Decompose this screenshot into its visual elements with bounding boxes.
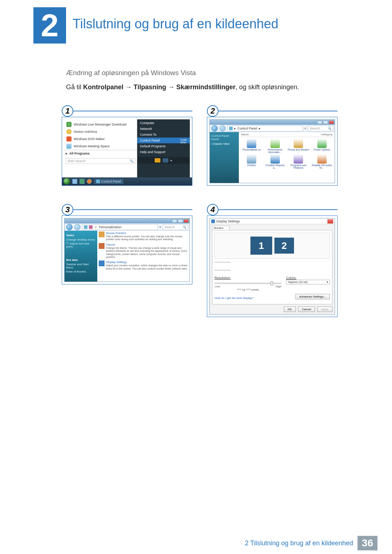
section-subheading: Ændring af opløsningen på Windows Vista [66,69,338,77]
cp-item[interactable]: Programs and Features [287,154,310,169]
search-icon: 🔍 [130,159,134,163]
cancel-button[interactable]: Cancel [298,307,315,312]
nav-forward-button[interactable] [74,224,81,230]
resolution-slider[interactable] [215,283,281,284]
start-right-item[interactable]: Help and Support [137,149,190,155]
cp-item-icon [270,154,280,164]
lock-icon[interactable] [155,158,160,163]
quicklaunch-icon[interactable] [87,179,92,184]
nav-forward-button[interactable] [219,125,226,132]
sidebar-link[interactable]: 🛡 Adjust font size (DPI) [66,242,96,249]
search-input[interactable]: Search🔍 [308,126,333,131]
start-right-item[interactable]: Default Programs [137,143,190,149]
cp-item[interactable]: Realtek HD Audio M… [311,154,334,169]
close-button[interactable] [184,219,189,223]
step-number: 2 [207,105,219,117]
sidebar-link[interactable]: Change desktop icons [66,238,96,242]
start-menu-left-list: Windows Live Messenger Download Norton A… [64,119,137,150]
start-right-item-control-panel[interactable]: Control Panel Custoremo [137,138,190,143]
all-programs[interactable]: ▸ All Programs [64,150,137,157]
advanced-settings-button[interactable]: Advanced Settings... [295,294,330,299]
personalization-link[interactable]: Mouse Pointers [106,231,188,235]
cp-item-icon [317,139,327,148]
chevron-right-icon[interactable]: ▸ [171,159,172,162]
screenshot-control-panel: ▸ Control Panel ▸ ▾ Search🔍 Control Pane… [207,117,338,186]
cp-item[interactable]: Power Options [311,139,334,153]
nav-back-button[interactable] [66,224,73,230]
cp-sidebar: Control Panel Home • Classic View [210,132,239,183]
close-button[interactable] [329,120,334,124]
sidebar-link[interactable]: Taskbar and Start Menu [66,262,96,270]
cp-item[interactable]: Phone and Modem … [287,139,310,153]
instruction-line: Gå til Kontrolpanel → Tilpasning → Skærm… [66,83,338,92]
cp-item[interactable]: Problem Reports a… [264,154,287,169]
maximize-button[interactable] [323,120,328,124]
start-menu-right-list: Computer Network Connect To Control Pane… [137,119,190,156]
chevron-right-icon: ▸ [66,152,68,155]
help-link[interactable]: How do I get the best display? [215,296,253,300]
step-3: 3 « Personalization ▾ [62,204,192,317]
sidebar-link[interactable]: Ease of Access [66,270,96,274]
personalization-link[interactable]: Display Settings [106,260,188,264]
monitor-preview[interactable]: 1 2 [215,233,330,259]
page-footer: 2 Tilslutning og brug af en kildeenhed 3… [0,536,377,550]
cp-item-icon [247,154,256,164]
start-right-item[interactable]: Connect To [137,132,190,138]
step-1: 1 Windows Live Messenger Download Norton… [62,105,192,186]
colors-dropdown[interactable]: Highest (32 bit)▾ [286,280,330,284]
colors-label: Colors: [286,276,330,280]
resolution-value: **** by **** pixels [215,288,281,291]
minimize-button[interactable] [317,120,322,124]
cp-home-link[interactable]: Control Panel Home [211,134,237,141]
section-icon [99,243,105,249]
start-orb-icon[interactable] [64,178,70,185]
control-panel-icon [84,225,87,229]
step-2: 2 ▸ Control Panel ▸ [207,105,338,186]
cp-item[interactable]: Personalizati on [240,139,263,153]
taskbar: Control Panel [62,177,192,185]
nav-back-button[interactable] [211,125,218,132]
monitor-1[interactable]: 1 [250,237,272,255]
close-button[interactable] [327,219,333,223]
slider-thumb[interactable] [270,281,273,286]
cp-items-grid: Personalizati onPerformance Informatio…P… [240,137,334,171]
link-description: Pick a different mouse pointer. You can … [106,235,188,241]
maximize-button[interactable] [178,219,183,223]
monitor-2[interactable]: 2 [274,238,294,254]
cp-item-icon [294,154,303,164]
section-icon [99,260,105,266]
start-search-input[interactable]: Start Search 🔍 [66,158,135,164]
quicklaunch-icon[interactable] [79,179,85,184]
step-number: 4 [207,204,219,216]
tab-monitor[interactable]: Monitor [212,226,229,230]
personalization-icon [89,225,93,229]
quicklaunch-icon[interactable] [72,179,77,184]
cp-item[interactable]: Printers [240,154,263,169]
link-description: Change the theme. Themes can change a wi… [106,247,188,259]
window-titlebar [65,218,189,223]
ok-button[interactable]: OK [284,307,296,312]
search-input[interactable]: Search🔍 [163,224,188,230]
taskbar-button-control-panel[interactable]: Control Panel [94,179,123,184]
dialog-titlebar: Display Settings [210,218,335,224]
personalization-link[interactable]: Theme [106,243,188,246]
breadcrumb[interactable]: « Personalization [82,224,158,230]
blurred-text: ********** [215,261,330,264]
cp-classic-view-link[interactable]: • Classic View [211,141,237,146]
breadcrumb[interactable]: ▸ Control Panel ▸ [227,126,303,131]
dvd-maker-icon [66,136,72,141]
link-description: Adjust your monitor resolution, which ch… [106,264,188,270]
minimize-button[interactable] [172,219,177,223]
cp-item[interactable]: Performance Informatio… [264,139,287,153]
meeting-space-icon [66,144,72,149]
blurred-text: ********** [215,269,330,272]
power-icon[interactable] [163,158,168,163]
start-right-item[interactable]: Network [137,126,190,132]
messenger-icon [66,122,72,127]
step-number: 1 [62,105,73,117]
cp-item-icon [317,154,327,164]
start-right-item[interactable]: Computer [137,120,190,126]
cp-item-icon [247,139,256,148]
apply-button[interactable]: Apply [317,307,332,312]
control-panel-icon [96,180,100,183]
